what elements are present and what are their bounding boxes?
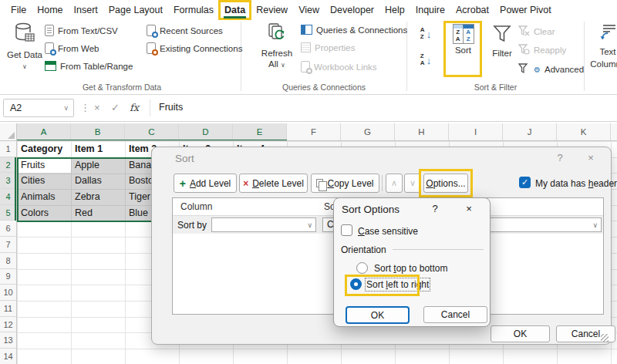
sort-options-ok-button[interactable]: OK: [346, 306, 410, 324]
tab-home[interactable]: Home: [32, 2, 67, 19]
text-to-columns-button[interactable]: Text Columns: [589, 22, 617, 69]
move-level-up-button[interactable]: ∧: [386, 174, 403, 193]
group-label-queries: Queries & Connections: [244, 83, 404, 92]
tab-inquire[interactable]: Inquire: [411, 2, 450, 19]
text-csv-icon: [45, 25, 54, 36]
sort-by-column-dropdown[interactable]: ∨: [211, 217, 316, 232]
from-table-range-button[interactable]: From Table/Range: [45, 61, 133, 71]
dropdown-chevron-icon: ∨: [307, 219, 312, 232]
advanced-filter-button[interactable]: ⚙ Advanced: [518, 63, 584, 76]
tab-developer[interactable]: Developer: [325, 2, 379, 19]
row-header-6[interactable]: 6: [0, 221, 16, 238]
column-header-E[interactable]: E: [233, 123, 287, 140]
recent-sources-button[interactable]: Recent Sources: [147, 25, 223, 36]
column-header-K[interactable]: K: [557, 123, 611, 140]
workbook-links-button[interactable]: Workbook Links: [301, 61, 377, 72]
column-header-F[interactable]: F: [287, 123, 341, 140]
sort-button[interactable]: ZA AZ Sort: [446, 24, 480, 56]
column-header-H[interactable]: H: [395, 123, 449, 140]
cell-A3[interactable]: Cities: [17, 173, 71, 189]
close-icon[interactable]: ×: [463, 203, 475, 214]
from-text-csv-button[interactable]: From Text/CSV: [45, 25, 118, 36]
tab-insert[interactable]: Insert: [69, 2, 103, 19]
resize-grip[interactable]: [601, 334, 609, 342]
row-header-12[interactable]: 12: [0, 317, 16, 333]
table-icon: [45, 61, 56, 71]
tab-view[interactable]: View: [294, 2, 324, 19]
column-header-I[interactable]: I: [449, 123, 503, 140]
row-header-10[interactable]: 10: [0, 285, 16, 301]
existing-connections-button[interactable]: Existing Connections: [147, 42, 242, 54]
sort-left-to-right-radio[interactable]: [350, 278, 362, 290]
sort-options-cancel-button[interactable]: Cancel: [423, 306, 487, 323]
cell-B1[interactable]: Item 1: [71, 141, 125, 157]
column-header-L[interactable]: L: [611, 123, 617, 140]
delete-level-button[interactable]: × Delete Level: [239, 174, 308, 193]
cell-B5[interactable]: Red: [71, 205, 125, 221]
help-icon[interactable]: ?: [554, 152, 566, 163]
get-data-button[interactable]: Get Data ∨: [6, 22, 43, 71]
row-header-3[interactable]: 3: [0, 173, 16, 189]
options-button[interactable]: Options...: [423, 174, 468, 193]
row-header-9[interactable]: 9: [0, 269, 16, 285]
formula-bar-value[interactable]: Fruits: [159, 102, 183, 113]
confirm-entry-icon[interactable]: ✓: [111, 102, 120, 113]
tab-help[interactable]: Help: [380, 2, 410, 19]
from-web-button[interactable]: From Web: [45, 42, 99, 54]
sort-ascending-button[interactable]: AZ ↓: [413, 23, 438, 45]
cell-B3[interactable]: Dallas: [71, 173, 125, 189]
my-data-has-headers-checkbox[interactable]: ✓: [519, 177, 531, 188]
cell-A2[interactable]: Fruits: [17, 157, 71, 174]
row-header-8[interactable]: 8: [0, 253, 16, 269]
row-header-2[interactable]: 2: [0, 157, 16, 174]
clear-filter-button[interactable]: Clear: [518, 25, 555, 38]
cell-A4[interactable]: Animals: [17, 189, 71, 205]
row-header-1[interactable]: 1: [0, 141, 16, 157]
move-level-down-button[interactable]: ∨: [404, 174, 421, 193]
refresh-all-button[interactable]: Refresh All ∨: [257, 22, 297, 69]
reapply-filter-button[interactable]: Reapply: [518, 44, 566, 56]
row-header-5[interactable]: 5: [0, 205, 16, 221]
properties-button[interactable]: Properties: [301, 42, 355, 52]
tab-power-pivot[interactable]: Power Pivot: [495, 2, 556, 19]
name-box[interactable]: A2 ∨: [3, 99, 74, 117]
sort-descending-button[interactable]: ZA ↓: [413, 49, 438, 71]
column-header-D[interactable]: D: [179, 123, 233, 140]
copy-level-button[interactable]: Copy Level: [311, 174, 379, 193]
cell-B2[interactable]: Apple: [71, 157, 125, 174]
tab-file[interactable]: File: [6, 2, 31, 19]
cell-B4[interactable]: Zebra: [71, 189, 125, 205]
sort-dialog-title: Sort: [175, 153, 194, 164]
column-header-J[interactable]: J: [503, 123, 557, 140]
cell-A1[interactable]: Category: [17, 141, 71, 157]
tab-acrobat[interactable]: Acrobat: [451, 2, 494, 19]
tab-review[interactable]: Review: [251, 2, 292, 19]
insert-function-icon[interactable]: fx: [130, 102, 139, 113]
add-level-button[interactable]: + Add Level: [174, 174, 237, 193]
queries-connections-button[interactable]: Queries & Connections: [301, 25, 407, 35]
cancel-entry-icon[interactable]: ×: [94, 102, 100, 113]
tab-data[interactable]: Data: [220, 2, 250, 19]
column-header-G[interactable]: G: [341, 123, 395, 140]
row-header-11[interactable]: 11: [0, 301, 16, 317]
sort-top-to-bottom-radio[interactable]: [356, 262, 368, 274]
column-header-C[interactable]: C: [125, 123, 179, 140]
close-icon[interactable]: ×: [585, 152, 597, 163]
row-header-4[interactable]: 4: [0, 189, 16, 205]
column-header-B[interactable]: B: [71, 123, 125, 140]
row-header-7[interactable]: 7: [0, 237, 16, 253]
more-options-dots-icon[interactable]: ⋮: [80, 102, 90, 113]
cell-A5[interactable]: Colors: [17, 205, 71, 221]
help-icon[interactable]: ?: [429, 203, 441, 214]
select-all-corner[interactable]: [0, 123, 17, 141]
row-header-14[interactable]: 14: [0, 349, 16, 364]
case-sensitive-checkbox[interactable]: ✓: [341, 224, 352, 236]
row-header-13[interactable]: 13: [0, 332, 16, 349]
tab-page-layout[interactable]: Page Layout: [104, 2, 167, 19]
column-header-A[interactable]: A: [17, 123, 71, 140]
sort-ok-button[interactable]: OK: [491, 325, 550, 342]
sort-options-dialog: Sort Options ? × ✓ Case sensitive Orient…: [333, 197, 491, 327]
down-arrow-icon: ↓: [427, 55, 432, 66]
filter-button[interactable]: Filter: [486, 24, 518, 59]
tab-formulas[interactable]: Formulas: [169, 2, 218, 19]
